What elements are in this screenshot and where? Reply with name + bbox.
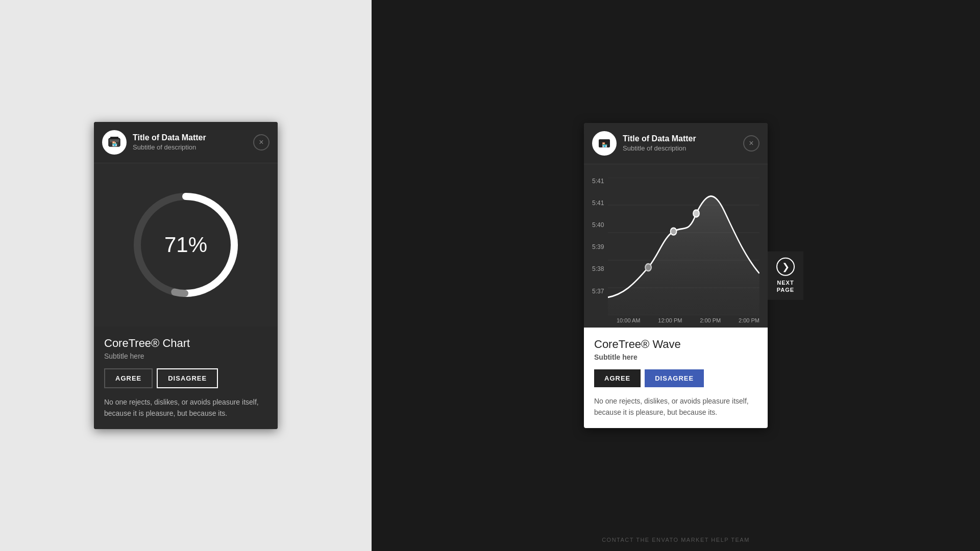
- right-card-subtitle: Subtitle of description: [623, 144, 743, 152]
- left-card-header-text: Title of Data Matter Subtitle of descrip…: [133, 133, 253, 151]
- y-label-3: 5:40: [592, 221, 604, 229]
- y-label-2: 5:41: [592, 199, 604, 207]
- donut-area: 71%: [94, 163, 278, 327]
- y-label-4: 5:39: [592, 243, 604, 251]
- wave-chart-area: 5:41 5:41 5:40 5:39 5:38 5:37: [584, 164, 768, 328]
- donut-value: 71%: [164, 233, 207, 257]
- x-label-3: 2:00 PM: [700, 317, 721, 323]
- left-disagree-button[interactable]: DISAGREE: [157, 368, 218, 388]
- right-inner: 🏪 Title of Data Matter Subtitle of descr…: [584, 123, 768, 429]
- bottom-btn-group: AGREE DISAGREE: [594, 369, 757, 387]
- svg-point-19: [693, 210, 699, 217]
- right-logo: 🏪: [592, 131, 617, 156]
- x-label-2: 12:00 PM: [658, 317, 682, 323]
- left-close-button[interactable]: ×: [253, 134, 270, 151]
- next-page-button[interactable]: ❯ NEXTPAGE: [768, 252, 803, 300]
- left-description: No one rejects, dislikes, or avoids plea…: [104, 396, 267, 419]
- right-panel: 🏪 Title of Data Matter Subtitle of descr…: [372, 0, 980, 551]
- left-logo: 🏪: [102, 130, 127, 155]
- next-page-arrow-icon: ❯: [776, 258, 795, 276]
- wave-subtitle: Subtitle here: [594, 353, 757, 361]
- left-chart-title: CoreTree® Chart: [104, 337, 267, 350]
- left-btn-group: AGREE DISAGREE: [104, 368, 267, 388]
- wave-title: CoreTree® Wave: [594, 338, 757, 351]
- right-close-button[interactable]: ×: [743, 135, 760, 152]
- left-card: 🏪 Title of Data Matter Subtitle of descr…: [94, 122, 278, 430]
- svg-text:🏪: 🏪: [112, 141, 118, 147]
- left-panel: 🏪 Title of Data Matter Subtitle of descr…: [0, 0, 372, 551]
- bottom-card: CoreTree® Wave Subtitle here AGREE DISAG…: [584, 328, 768, 429]
- right-card-header: 🏪 Title of Data Matter Subtitle of descr…: [584, 123, 768, 164]
- svg-point-17: [646, 264, 652, 271]
- y-label-1: 5:41: [592, 178, 604, 185]
- left-chart-subtitle: Subtitle here: [104, 352, 267, 360]
- left-card-subtitle: Subtitle of description: [133, 143, 253, 151]
- bottom-agree-button[interactable]: AGREE: [594, 369, 641, 387]
- right-card-header-text: Title of Data Matter Subtitle of descrip…: [623, 134, 743, 152]
- y-label-5: 5:38: [592, 265, 604, 272]
- right-card: 🏪 Title of Data Matter Subtitle of descr…: [584, 123, 768, 429]
- x-axis: 10:00 AM 12:00 PM 2:00 PM 2:00 PM: [592, 315, 760, 323]
- y-label-6: 5:37: [592, 288, 604, 295]
- next-page-label: NEXTPAGE: [777, 279, 794, 294]
- bottom-disagree-button[interactable]: DISAGREE: [645, 369, 704, 387]
- donut-chart: 71%: [125, 184, 247, 306]
- right-card-title: Title of Data Matter: [623, 134, 743, 143]
- y-axis: 5:41 5:41 5:40 5:39 5:38 5:37: [592, 178, 608, 295]
- bottom-description: No one rejects, dislikes, or avoids plea…: [594, 395, 757, 418]
- left-card-header: 🏪 Title of Data Matter Subtitle of descr…: [94, 122, 278, 163]
- left-card-title: Title of Data Matter: [133, 133, 253, 142]
- wave-svg: [608, 178, 760, 315]
- svg-text:🏪: 🏪: [602, 142, 608, 148]
- x-label-4: 2:00 PM: [739, 317, 760, 323]
- left-agree-button[interactable]: AGREE: [104, 368, 153, 388]
- footer-text: CONTACT THE ENVATO MARKET HELP TEAM: [602, 537, 750, 543]
- chart-with-axis: 5:41 5:41 5:40 5:39 5:38 5:37: [592, 172, 760, 315]
- svg-point-18: [671, 228, 677, 235]
- x-label-1: 10:00 AM: [617, 317, 640, 323]
- left-card-content: CoreTree® Chart Subtitle here AGREE DISA…: [94, 327, 278, 430]
